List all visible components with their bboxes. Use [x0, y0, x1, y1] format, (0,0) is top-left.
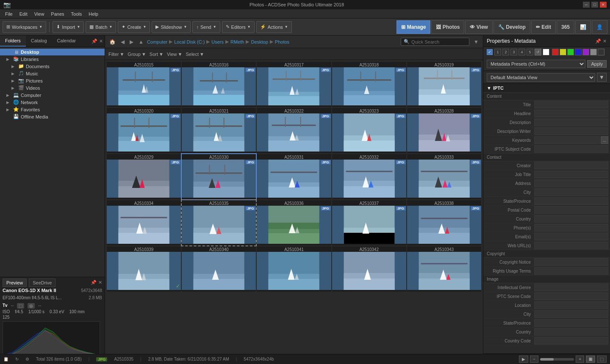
photos-mode-button[interactable]: 🖼 Photos: [431, 20, 464, 34]
zoom-slider[interactable]: [540, 358, 574, 361]
color-white[interactable]: [543, 49, 549, 55]
rotate-left-btn[interactable]: ↺: [535, 49, 541, 55]
status-full-view[interactable]: ⬚: [597, 356, 607, 363]
rating-4[interactable]: 4: [518, 49, 525, 55]
iptc-postal-input[interactable]: [534, 206, 608, 214]
color-purple[interactable]: [582, 49, 589, 55]
iptc-state-input[interactable]: [534, 197, 608, 205]
photo-item-A2510318[interactable]: A2510318 JPG: [332, 62, 406, 107]
view-mode-button[interactable]: 👁 View: [465, 20, 492, 34]
preview-pin-button[interactable]: 📌: [91, 280, 97, 285]
breadcrumb-photos[interactable]: Photos: [275, 39, 289, 44]
breadcrumb-disk[interactable]: Local Disk (C:): [174, 39, 205, 44]
menu-file[interactable]: File: [2, 11, 16, 17]
send-button[interactable]: ↑ Send ▼: [192, 21, 220, 33]
tree-item-pictures[interactable]: ▶ 📷 Pictures: [0, 77, 105, 84]
tree-item-computer[interactable]: ▶ 💻 Computer: [0, 91, 105, 99]
iptc-countrycode-input[interactable]: [534, 337, 608, 345]
photo-item-A2510339[interactable]: A2510339 ✓: [107, 246, 181, 292]
iptc-city-input[interactable]: [534, 188, 608, 196]
sort-button[interactable]: Sort ▼: [150, 52, 164, 57]
tree-item-network[interactable]: ▶ 🌐 Network: [0, 99, 105, 106]
filter-button[interactable]: Filter ▼: [108, 52, 124, 57]
photo-item-A2510323[interactable]: A2510323 JPG: [332, 108, 406, 153]
batch-button[interactable]: ▦ Batch ▼: [86, 21, 116, 33]
photo-item-A2510315[interactable]: A2510315 JPG: [107, 62, 181, 107]
breadcrumb-users[interactable]: Users: [211, 39, 224, 44]
photo-item-A2510343[interactable]: A2510343: [407, 246, 481, 292]
import-button[interactable]: ⬇ Import ▼: [53, 21, 84, 33]
apply-button[interactable]: Apply: [587, 60, 607, 68]
iptc-img-city-input[interactable]: [534, 310, 608, 318]
photo-item-A2510320[interactable]: A2510320 JPG: [107, 108, 181, 153]
metadata-view-dropdown[interactable]: ▼: [597, 73, 607, 82]
iptc-intellectual-input[interactable]: [534, 284, 608, 291]
search-input[interactable]: [411, 39, 466, 44]
iptc-headline-input[interactable]: [534, 110, 608, 117]
photo-item-A2510335[interactable]: A2510335 JPG □✎: [182, 200, 256, 245]
nav-up-button[interactable]: ▲: [137, 38, 145, 46]
editors-button[interactable]: ✎ Editors ▼: [222, 21, 255, 33]
tab-folders[interactable]: Folders: [0, 36, 26, 47]
photo-item-A2510342[interactable]: A2510342: [332, 246, 406, 292]
tab-preview[interactable]: Preview: [3, 279, 27, 287]
nav-home-button[interactable]: 🏠: [108, 38, 117, 46]
photo-item-A2510316[interactable]: A2510316 JPG: [182, 62, 256, 107]
right-panel-close-button[interactable]: ✕: [603, 39, 607, 44]
metadata-view-select[interactable]: Default Metadata View: [487, 73, 595, 82]
menu-tools[interactable]: Tools: [68, 11, 86, 17]
status-zoom-in[interactable]: +: [576, 356, 584, 363]
iptc-subject-input[interactable]: [534, 145, 608, 153]
iptc-img-state-input[interactable]: [534, 319, 608, 327]
slideshow-button[interactable]: ▶ Slideshow ▼: [152, 21, 191, 33]
metadata-preset-select[interactable]: Metadata Presets (Ctrl+M): [487, 60, 585, 68]
iptc-jobtitle-input[interactable]: [534, 171, 608, 178]
photo-item-A2510340[interactable]: A2510340: [182, 246, 256, 292]
rating-3[interactable]: 3: [510, 49, 517, 55]
close-button[interactable]: ✕: [600, 2, 607, 8]
iptc-keywords-input[interactable]: [534, 136, 600, 144]
menu-help[interactable]: Help: [85, 11, 102, 17]
iptc-copyright-input[interactable]: [534, 258, 608, 266]
photo-item-A2510331[interactable]: A2510331 JPG: [257, 154, 331, 199]
metadata-checkbox[interactable]: ✓: [487, 49, 493, 55]
workspaces-button[interactable]: ⊞ Workspaces ▼: [3, 21, 46, 33]
photo-item-A2510341[interactable]: A2510341: [257, 246, 331, 292]
menu-panes[interactable]: Panes: [47, 11, 67, 17]
iptc-header[interactable]: ▼ IPTC: [483, 84, 610, 93]
manage-mode-button[interactable]: ⊞ Manage: [396, 20, 430, 34]
photo-item-A2510337[interactable]: A2510337 JPG: [332, 200, 406, 245]
breadcrumb-desktop[interactable]: Desktop: [251, 39, 268, 44]
tree-item-music[interactable]: ▶ 🎵 Music: [0, 70, 105, 77]
color-gray[interactable]: [590, 49, 597, 55]
create-button[interactable]: ✦ Create ▼: [118, 21, 150, 33]
tree-item-desktop[interactable]: 🖥 Desktop: [0, 49, 105, 55]
keywords-button[interactable]: ...: [601, 136, 608, 144]
menu-view[interactable]: View: [31, 11, 48, 17]
iptc-email-input[interactable]: [534, 233, 608, 240]
breadcrumb-rmeth[interactable]: RMeth: [230, 39, 244, 44]
color-green[interactable]: [567, 49, 574, 55]
color-yellow[interactable]: [560, 49, 566, 55]
develop-mode-button[interactable]: 🔧 Develop: [494, 20, 530, 34]
photo-item-A2510317[interactable]: A2510317 JPG: [257, 62, 331, 107]
actions-button[interactable]: ⚡ Actions ▼: [256, 21, 292, 33]
iptc-web-input[interactable]: [534, 242, 608, 249]
photo-item-A2510321[interactable]: A2510321 JPG: [182, 108, 256, 153]
photo-item-A2510319[interactable]: A2510319 JPG: [407, 62, 481, 107]
right-panel-pin-button[interactable]: 📌: [595, 39, 601, 44]
nav-forward-button[interactable]: ▶: [128, 38, 135, 46]
tab-calendar[interactable]: Calendar: [52, 36, 81, 47]
iptc-address-input[interactable]: [534, 179, 608, 187]
status-slideshow-btn[interactable]: ▶: [519, 356, 528, 363]
color-red[interactable]: [552, 49, 559, 55]
preview-close-button[interactable]: ✕: [98, 280, 102, 285]
iptc-country-input[interactable]: [534, 215, 608, 223]
color-none[interactable]: [598, 49, 604, 55]
view-filter-button[interactable]: View ▼: [167, 52, 183, 57]
tree-item-libraries[interactable]: ▶ 📚 Libraries: [0, 55, 105, 63]
iptc-location-input[interactable]: [534, 301, 608, 309]
tree-item-documents[interactable]: ▶ 📁 Documents: [0, 63, 105, 70]
iptc-title-input[interactable]: [534, 101, 608, 108]
iptc-phone-input[interactable]: [534, 224, 608, 232]
